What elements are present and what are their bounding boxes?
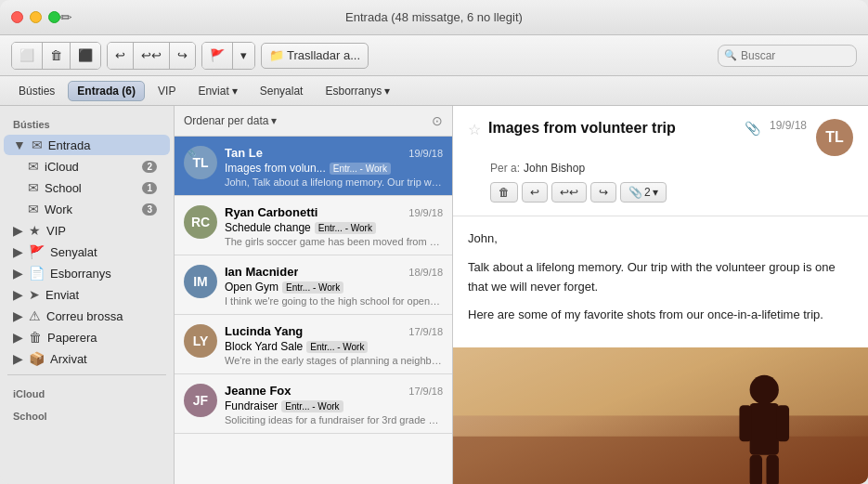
sort-chevron-icon: ▾ (271, 114, 277, 127)
sidebar-item-icloud[interactable]: ✉ iCloud 2 (4, 156, 170, 177)
reading-attachment-button[interactable]: 📎 2 ▾ (620, 182, 667, 203)
flag-group: 🚩 ▾ (201, 42, 255, 70)
email-header-row-5: Jeanne Fox 17/9/18 (225, 384, 443, 398)
reply-all-button[interactable]: ↩↩ (134, 43, 170, 69)
delete-button[interactable]: 🗑 (43, 43, 71, 69)
list-options-icon[interactable]: ⊙ (432, 113, 443, 128)
sidebar-label-school: School (45, 181, 136, 195)
search-input[interactable] (718, 45, 857, 67)
chevron-right-icon: ▶ (13, 223, 23, 238)
email-content-5: Jeanne Fox 17/9/18 Fundraiser Entr... - … (225, 384, 443, 425)
sidebar-item-correu-brossa[interactable]: ▶ ⚠ Correu brossa (4, 306, 170, 326)
maximize-button[interactable] (48, 11, 60, 23)
from-label: Per a: (490, 162, 520, 175)
sidebar-label-vip: VIP (46, 224, 157, 238)
forward-button[interactable]: ↪ (170, 43, 195, 69)
inbox-icon: ▼ (13, 137, 26, 152)
tab-esborranys[interactable]: Esborranys ▾ (316, 81, 399, 101)
email-preview-3: I think we're going to the high school f… (225, 295, 443, 307)
sidebar-item-senyalat[interactable]: ▶ 🚩 Senyalat (4, 242, 170, 262)
flag-icon: 🚩 (29, 244, 45, 259)
tabsbar: Bústies Entrada (6) VIP Enviat ▾ Senyala… (0, 76, 868, 106)
email-subject-row-2: Schedule change Entr... - Work (225, 221, 443, 234)
reading-delete-button[interactable]: 🗑 (490, 182, 518, 203)
sidebar-item-entrada[interactable]: ▼ ✉ Entrada (4, 135, 170, 155)
attachment-count: 2 (644, 186, 651, 199)
email-header-row-4: Lucinda Yang 17/9/18 (225, 324, 443, 338)
flag-button[interactable]: 🚩 (202, 43, 233, 69)
sidebar-label-entrada: Entrada (48, 138, 157, 152)
email-items: TL 📎 Tan Le 19/9/18 Images from volun...… (175, 137, 452, 484)
reading-reply-button[interactable]: ↩ (522, 182, 548, 203)
titlebar: ✏ Entrada (48 missatge, 6 no llegit) (0, 0, 868, 35)
close-button[interactable] (11, 11, 23, 23)
sidebar: Bústies ▼ ✉ Entrada ✉ iCloud 2 ✉ School … (0, 106, 175, 484)
email-tag-5: Entr... - Work (281, 400, 343, 412)
tab-entrada[interactable]: Entrada (6) (68, 81, 145, 101)
junk-icon: ⚠ (29, 308, 41, 323)
email-content-4: Lucinda Yang 17/9/18 Block Yard Sale Ent… (225, 324, 443, 366)
junk-button[interactable]: ⬛ (71, 43, 100, 69)
attachment-clip-icon: 📎 (745, 121, 760, 136)
email-item-3[interactable]: IM Ian Macnider 18/9/18 Open Gym Entr...… (175, 255, 452, 315)
chevron-right-icon: ▶ (13, 308, 23, 323)
avatar-5: JF (184, 384, 217, 417)
tab-vip[interactable]: VIP (149, 81, 185, 101)
email-preview-2: The girls soccer game has been moved fro… (225, 236, 443, 247)
email-subject-row-3: Open Gym Entr... - Work (225, 281, 443, 294)
move-button[interactable]: 📁 Traslladar a... (261, 43, 369, 69)
titlebar-icons: ✏ (60, 9, 72, 26)
svg-rect-7 (750, 455, 762, 484)
tab-busties[interactable]: Bústies (9, 81, 64, 101)
sort-button[interactable]: Ordenar per data ▾ (184, 114, 277, 127)
email-item-2[interactable]: RC Ryan Carbonetti 19/9/18 Schedule chan… (175, 196, 452, 255)
from-value: John Bishop (524, 162, 585, 175)
flag-dropdown-button[interactable]: ▾ (233, 43, 254, 69)
tab-senyalat[interactable]: Senyalat (251, 81, 313, 101)
sidebar-item-vip[interactable]: ▶ ★ VIP (4, 220, 170, 241)
reading-forward-button[interactable]: ↪ (590, 182, 616, 203)
tab-enviat[interactable]: Enviat ▾ (188, 81, 246, 101)
draft-icon: 📄 (29, 266, 45, 281)
email-tag-4: Entr... - Work (306, 341, 368, 353)
svg-point-3 (750, 375, 779, 404)
sidebar-label-work: Work (45, 203, 136, 216)
reading-reply-all-button[interactable]: ↩↩ (551, 182, 587, 203)
email-subject-2: Schedule change (225, 221, 311, 234)
email-tag-3: Entr... - Work (282, 281, 343, 294)
email-list-header: Ordenar per data ▾ ⊙ (175, 106, 452, 137)
svg-rect-1 (453, 347, 868, 415)
move-label: Traslladar a... (287, 48, 360, 62)
sidebar-item-school[interactable]: ✉ School 1 (4, 177, 170, 198)
minimize-button[interactable] (30, 11, 42, 23)
email-item-5[interactable]: JF Jeanne Fox 17/9/18 Fundraiser Entr...… (175, 374, 452, 434)
email-sender-1: Tan Le (225, 146, 263, 160)
chevron-right-icon: ▶ (13, 244, 23, 259)
reading-date: 19/9/18 (770, 119, 807, 132)
email-item-4[interactable]: LY Lucinda Yang 17/9/18 Block Yard Sale … (175, 315, 452, 374)
svg-rect-6 (777, 405, 789, 441)
sidebar-footer-school: School (0, 403, 174, 425)
sidebar-item-enviat[interactable]: ▶ ➤ Enviat (4, 284, 170, 305)
sidebar-label-paperera: Paperera (47, 331, 157, 345)
compose-icon[interactable]: ✏ (60, 9, 72, 26)
email-item-1[interactable]: TL 📎 Tan Le 19/9/18 Images from volun...… (175, 137, 452, 196)
sidebar-item-work[interactable]: ✉ Work 3 (4, 199, 170, 219)
search-wrapper: 🔍 (718, 45, 857, 67)
sidebar-item-arxivat[interactable]: ▶ 📦 Arxivat (4, 348, 170, 369)
sidebar-item-esborranys[interactable]: ▶ 📄 Esborranys (4, 263, 170, 283)
email-subject-3: Open Gym (225, 281, 279, 294)
icloud-badge: 2 (142, 161, 157, 173)
email-subject-5: Fundraiser (225, 399, 278, 412)
star-toggle-icon[interactable]: ☆ (468, 121, 481, 138)
reading-pane: ☆ Images from volunteer trip 📎 19/9/18 T… (453, 106, 868, 484)
email-date-4: 17/9/18 (408, 326, 443, 337)
reply-button[interactable]: ↩ (108, 43, 134, 69)
chevron-right-icon: ▶ (13, 330, 23, 345)
email-header-row-1: Tan Le 19/9/18 (225, 146, 443, 160)
chevron-right-icon: ▶ (13, 287, 23, 302)
email-sender-3: Ian Macnider (225, 265, 298, 279)
sidebar-item-paperera[interactable]: ▶ 🗑 Paperera (4, 327, 170, 347)
archive-button[interactable]: ⬜ (12, 43, 43, 69)
sidebar-divider (7, 374, 166, 375)
